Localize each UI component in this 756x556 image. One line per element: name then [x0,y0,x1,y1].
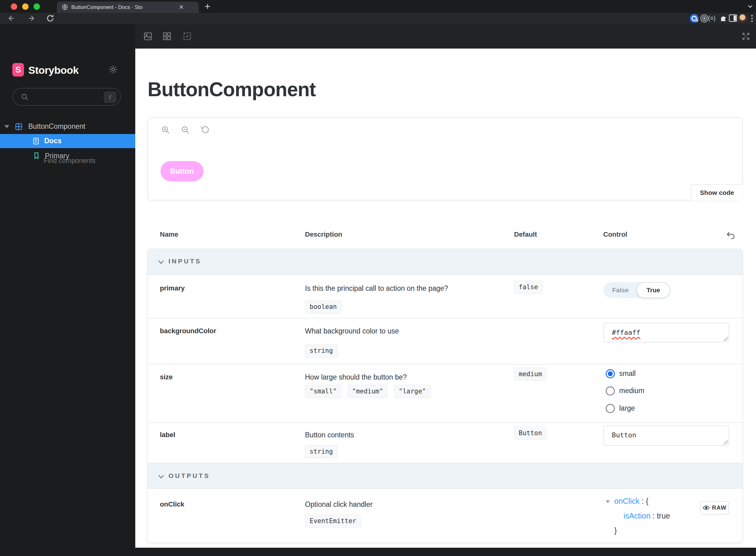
measure-outline-icon[interactable] [183,32,192,41]
radio-large-label[interactable]: large [619,404,635,413]
chevron-down-icon[interactable] [158,474,165,480]
toggle-false-option[interactable]: False [604,282,637,298]
storybook-brand: Storybook [28,64,79,76]
column-header-description: Description [305,231,342,239]
reload-icon[interactable] [46,14,55,23]
sidebar: S Storybook Find components / ButtonComp… [0,24,135,556]
column-header-name: Name [160,231,178,239]
object-tree-line2[interactable]: isAction : true [614,512,670,520]
tab-favicon-icon [62,4,68,10]
label-value: Button [612,431,636,439]
browser-url-bar: http://localhost:4400/?path=/docs/button… [0,13,756,24]
column-header-control: Control [603,231,627,239]
storybook-toolbar [135,24,756,48]
object-punct: : { [640,497,648,505]
tab-title-fade [158,2,174,13]
extensions-puzzle-icon[interactable] [719,14,727,22]
object-key: onClick [614,497,640,505]
sidebar-item-buttoncomponent[interactable]: ButtonComponent [0,120,135,133]
sidebar-item-label: ButtonComponent [28,122,85,131]
profile-avatar[interactable] [738,14,747,23]
search-input[interactable]: Find components / [12,88,121,106]
docs-file-icon [32,137,40,145]
storybook-logo: S [12,63,24,76]
table-row-onclick: onClick Optional click handler EventEmit… [147,488,743,543]
chevron-down-icon[interactable] [158,259,165,265]
password-manager-icon[interactable] [690,14,699,23]
object-punct: : [651,512,655,520]
radio-small[interactable] [606,369,615,378]
section-inputs[interactable]: INPUTS [147,249,743,274]
object-key: isAction [623,512,651,520]
reset-controls-icon[interactable] [726,230,736,240]
forward-icon[interactable] [27,14,35,23]
component-grid-icon [15,123,23,131]
search-shortcut-key: / [104,92,116,103]
back-icon[interactable] [7,14,16,23]
args-table: INPUTS primary Is this the principal cal… [147,249,743,543]
eye-icon [702,504,710,512]
zoom-reset-icon[interactable] [201,126,210,135]
target-circles-icon[interactable] [700,14,709,23]
toggle-true-option[interactable]: True [637,282,670,298]
arg-type-chip: string [305,445,338,458]
tab-close-icon[interactable] [178,4,184,10]
arg-description: Button contents [305,431,354,439]
braces-extension-icon[interactable]: {≡} [708,15,716,22]
radio-small-label[interactable]: small [619,370,636,378]
arg-type-chip: "small" [305,385,342,398]
sidebar-item-label: Docs [44,137,62,145]
arg-name: onClick [160,500,184,508]
arg-name: label [160,431,175,439]
window-zoom-button[interactable] [34,3,40,10]
arg-description: How large should the button be? [305,373,407,381]
grid-toggle-icon[interactable] [162,32,172,41]
fullscreen-icon[interactable] [741,32,751,41]
radio-medium[interactable] [606,386,615,395]
backgroundcolor-text-input[interactable]: #ffaaff [603,323,729,342]
raw-label: RAW [712,505,726,511]
arg-type-chip: EventEmitter [305,515,361,528]
arg-type-chip: boolean [305,300,342,313]
object-tree-line1[interactable]: onClick : { [614,497,648,506]
browser-menu-dots-icon[interactable] [750,14,754,23]
caret-down-icon[interactable] [4,125,9,128]
backgroundcolor-value: #ffaaff [612,328,641,336]
object-tree-caret-icon[interactable] [606,500,610,503]
window-close-button[interactable] [11,3,17,10]
object-value: true [657,512,670,520]
arg-default-chip: false [514,281,543,294]
raw-toggle-button[interactable]: RAW [700,501,729,515]
boolean-toggle[interactable]: False True [604,282,670,298]
show-code-button[interactable]: Show code [691,184,743,200]
side-panel-icon[interactable] [729,14,737,22]
radio-large[interactable] [606,404,615,413]
arg-type-chip: "medium" [347,385,388,398]
window-minimize-button[interactable] [22,3,29,10]
tab-search-chevron-icon[interactable] [747,4,753,9]
background-image-icon[interactable] [143,32,152,41]
radio-medium-label[interactable]: medium [619,387,644,395]
arg-name: primary [160,284,185,292]
sidebar-item-docs[interactable]: Docs [0,134,135,148]
arg-default-chip: medium [514,368,547,381]
canvas-bottom-strip [135,548,756,556]
section-label: INPUTS [169,257,201,265]
section-outputs[interactable]: OUTPUTS [147,463,743,488]
new-tab-icon[interactable] [204,3,211,10]
sidebar-item-label: Primary [45,152,69,160]
arg-name: backgroundColor [160,327,216,335]
preview-button[interactable]: Button [161,161,204,181]
gear-icon[interactable] [108,65,118,74]
label-text-input[interactable]: Button [603,425,729,446]
arg-description: What background color to use [305,327,399,335]
table-row-label: label Button contents string Button Butt… [147,422,743,463]
arg-description: Optional click handler [305,500,373,509]
arg-default-chip: Button [514,427,547,440]
story-bookmark-icon [33,152,40,160]
zoom-in-icon[interactable] [161,126,170,135]
table-row-backgroundcolor: backgroundColor What background color to… [147,318,743,364]
sidebar-item-primary[interactable]: Primary [0,149,135,163]
browser-tab[interactable]: ButtonComponent - Docs · Sto [57,2,199,13]
zoom-out-icon[interactable] [181,126,190,135]
